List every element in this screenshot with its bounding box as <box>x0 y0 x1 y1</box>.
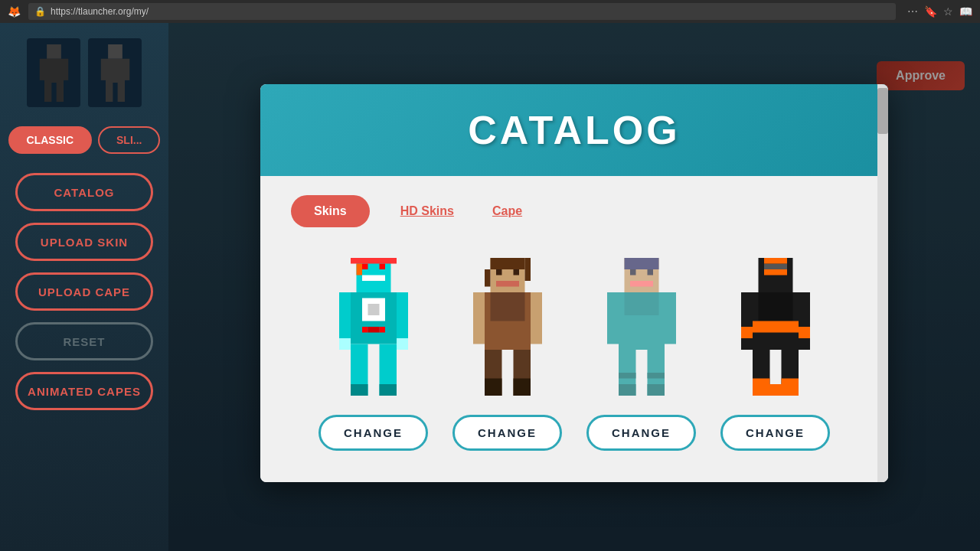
skin-grid: CHANGE <box>283 250 865 451</box>
svg-rect-40 <box>490 292 524 321</box>
reading-icon[interactable]: 📖 <box>959 5 972 18</box>
svg-rect-25 <box>397 292 408 344</box>
main-content: Approve CATALOG Skins HD Skins Cape <box>168 23 980 551</box>
svg-rect-24 <box>339 292 351 344</box>
svg-rect-15 <box>362 276 385 282</box>
tab-hd-skins[interactable]: HD Skins <box>393 195 462 227</box>
svg-rect-27 <box>397 338 408 350</box>
svg-rect-35 <box>524 258 531 281</box>
star-icon[interactable]: ☆ <box>943 5 953 18</box>
browser-icon: 🦊 <box>8 5 21 18</box>
svg-rect-23 <box>368 327 379 333</box>
svg-rect-5 <box>56 83 63 102</box>
catalog-header: CATALOG <box>260 84 888 176</box>
svg-rect-13 <box>362 264 368 270</box>
tab-classic[interactable]: CLASSIC <box>8 126 92 154</box>
svg-rect-17 <box>351 258 397 264</box>
mode-tabs-area: CLASSIC SLI... <box>11 126 157 154</box>
left-sidebar: CLASSIC SLI... CATALOG UPLOAD SKIN UPLOA… <box>0 23 168 551</box>
change-button-3[interactable]: CHANGE <box>586 415 696 451</box>
svg-rect-48 <box>624 258 658 269</box>
svg-rect-3 <box>64 58 68 80</box>
svg-rect-9 <box>125 58 129 80</box>
svg-rect-76 <box>781 379 799 385</box>
catalog-modal: CATALOG Skins HD Skins Cape <box>260 84 888 482</box>
skin-item-2: CHANGE <box>448 250 567 451</box>
svg-rect-36 <box>496 269 502 276</box>
tab-skins[interactable]: Skins <box>291 195 370 227</box>
sidebar-upload-skin-button[interactable]: UPLOAD SKIN <box>15 223 153 261</box>
svg-rect-54 <box>607 292 619 344</box>
svg-rect-6 <box>108 44 122 59</box>
svg-rect-11 <box>117 83 124 102</box>
svg-rect-41 <box>473 292 485 344</box>
svg-rect-26 <box>339 338 351 350</box>
skin-item-4: CHANGE <box>716 250 835 451</box>
modal-overlay: CATALOG Skins HD Skins Cape <box>168 23 980 551</box>
svg-rect-51 <box>630 281 653 287</box>
change-button-1[interactable]: CHANGE <box>318 415 428 451</box>
svg-rect-10 <box>106 83 113 102</box>
svg-rect-75 <box>753 379 770 385</box>
svg-rect-78 <box>776 384 799 396</box>
character-preview-area <box>27 38 142 107</box>
change-button-2[interactable]: CHANGE <box>452 415 562 451</box>
more-icon[interactable]: ⋯ <box>907 5 918 18</box>
browser-chrome: 🦊 🔒 https://tlauncher.org/my/ ⋯ 🔖 ☆ 📖 <box>0 0 980 23</box>
svg-rect-37 <box>513 269 519 276</box>
svg-rect-61 <box>647 384 665 396</box>
svg-rect-67 <box>758 292 792 321</box>
skin-character-1 <box>314 250 433 403</box>
svg-rect-77 <box>753 384 776 396</box>
catalog-title: CATALOG <box>276 107 873 153</box>
svg-rect-71 <box>741 327 753 338</box>
svg-rect-72 <box>799 327 810 338</box>
lock-icon: 🔒 <box>34 6 46 17</box>
svg-rect-55 <box>665 292 676 344</box>
svg-rect-42 <box>531 292 542 344</box>
svg-rect-59 <box>647 373 665 379</box>
sidebar-animated-capes-button[interactable]: ANIMATED CAPES <box>15 372 153 410</box>
skin-item-1: CHANGE <box>314 250 433 451</box>
svg-rect-8 <box>100 58 105 80</box>
skin-character-4 <box>716 250 835 403</box>
svg-rect-49 <box>630 269 636 276</box>
svg-rect-45 <box>485 379 502 396</box>
modal-scrollbar[interactable] <box>877 84 888 482</box>
browser-url-bar[interactable]: 🔒 https://tlauncher.org/my/ <box>28 3 896 20</box>
svg-rect-58 <box>619 373 636 379</box>
category-tabs: Skins HD Skins Cape <box>283 195 865 227</box>
svg-rect-33 <box>490 258 524 269</box>
char-thumb-1 <box>27 38 80 107</box>
catalog-body: Skins HD Skins Cape <box>260 176 888 482</box>
tab-cape[interactable]: Cape <box>485 195 530 227</box>
svg-rect-16 <box>356 264 362 276</box>
svg-rect-2 <box>39 58 44 80</box>
svg-rect-50 <box>647 269 653 276</box>
tab-slim[interactable]: SLI... <box>98 126 160 154</box>
svg-rect-22 <box>379 327 385 333</box>
svg-rect-7 <box>106 58 125 82</box>
char-thumb-2 <box>88 38 142 107</box>
svg-rect-53 <box>624 292 658 315</box>
sidebar-upload-cape-button[interactable]: UPLOAD CAPE <box>15 272 153 311</box>
svg-rect-46 <box>513 379 531 396</box>
svg-rect-20 <box>368 304 379 315</box>
svg-rect-14 <box>379 264 385 270</box>
sidebar-catalog-button[interactable]: CATALOG <box>15 173 153 211</box>
bookmark-icon[interactable]: 🔖 <box>924 5 937 18</box>
svg-rect-64 <box>764 269 787 276</box>
change-button-4[interactable]: CHANGE <box>720 415 830 451</box>
svg-rect-70 <box>799 292 810 350</box>
skin-item-3: CHANGE <box>582 250 701 451</box>
svg-rect-69 <box>741 292 753 350</box>
url-text: https://tlauncher.org/my/ <box>51 6 149 17</box>
skin-character-2 <box>448 250 567 403</box>
scrollbar-thumb[interactable] <box>877 88 888 134</box>
svg-rect-68 <box>753 321 799 333</box>
svg-rect-63 <box>764 264 787 270</box>
svg-rect-31 <box>379 384 397 396</box>
sidebar-reset-button[interactable]: RESET <box>15 322 153 360</box>
svg-rect-38 <box>496 281 519 287</box>
svg-rect-0 <box>47 44 61 59</box>
